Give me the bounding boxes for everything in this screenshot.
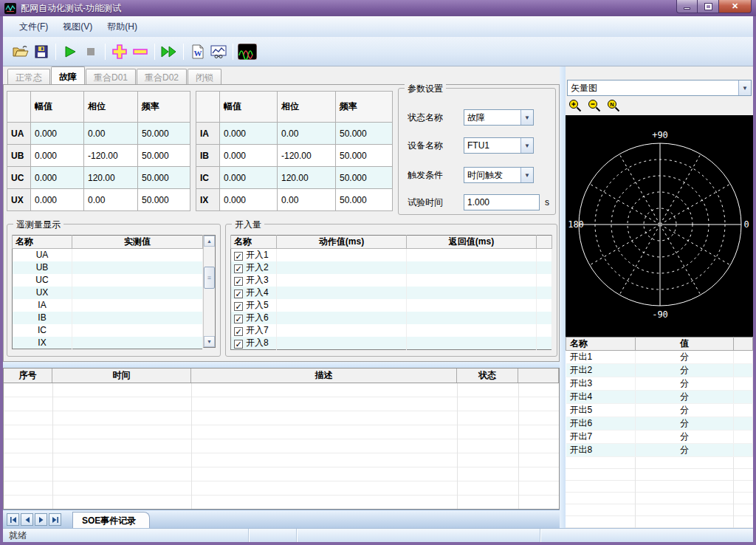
amplitude-cell[interactable]: 0.000 <box>220 145 278 167</box>
minimize-button[interactable] <box>676 0 698 13</box>
start-test-button[interactable] <box>60 41 80 62</box>
vertical-splitter[interactable] <box>560 66 566 528</box>
prev-page-button[interactable] <box>21 513 33 526</box>
view-type-select[interactable]: 矢量图 ▼ <box>567 80 752 96</box>
open-folder-icon <box>13 45 29 58</box>
frequency-cell[interactable]: 50.000 <box>138 167 190 189</box>
frequency-cell[interactable]: 50.000 <box>336 145 393 167</box>
checkbox-checked-icon[interactable]: ✓ <box>234 252 243 261</box>
checkbox-checked-icon[interactable]: ✓ <box>234 315 243 323</box>
frequency-cell[interactable]: 50.000 <box>336 167 393 189</box>
horizontal-splitter[interactable] <box>3 362 560 368</box>
menu-item-file[interactable]: 文件(F) <box>12 18 55 36</box>
phase-cell[interactable]: 0.00 <box>84 189 138 211</box>
telemetry-name: IB <box>13 312 72 324</box>
output-name: 开出2 <box>566 364 636 377</box>
menu-bar: 文件(F) 视图(V) 帮助(H) <box>3 16 753 37</box>
tab-normal-state[interactable]: 正常态 <box>7 69 50 84</box>
phase-cell[interactable]: 0.00 <box>84 123 138 145</box>
save-button[interactable] <box>31 41 52 62</box>
remove-state-button[interactable] <box>130 41 151 62</box>
tab-reclose-d02[interactable]: 重合D02 <box>137 69 187 84</box>
first-page-button[interactable] <box>7 513 19 526</box>
status-bar: 就绪 <box>3 528 753 542</box>
checkbox-checked-icon[interactable]: ✓ <box>234 277 243 286</box>
zoom-out-icon[interactable] <box>588 99 602 113</box>
phase-cell[interactable]: 0.00 <box>278 189 336 211</box>
scroll-up-icon[interactable]: ▲ <box>204 236 215 247</box>
phase-cell[interactable]: -120.00 <box>278 145 336 167</box>
tab-reclose-d01[interactable]: 重合D01 <box>86 69 136 84</box>
return-value-cell <box>407 261 537 274</box>
vector-diagram: +90 180 0 -90 <box>566 115 753 337</box>
stop-icon <box>84 45 97 58</box>
device-name-label: 设备名称 <box>408 140 464 152</box>
input-name-cell: ✓开入4 <box>231 287 277 299</box>
frequency-cell[interactable]: 50.000 <box>138 145 190 167</box>
telemetry-scrollbar[interactable]: ▲ ▼ <box>203 235 216 348</box>
status-text: 就绪 <box>9 529 27 542</box>
stop-test-button[interactable] <box>80 41 101 62</box>
current-table: 幅值 相位 频率 IA 0.000 0.00 50.000 IB <box>196 91 393 211</box>
zoom-reset-icon[interactable]: N <box>607 99 621 113</box>
tab-lockout[interactable]: 闭锁 <box>188 69 221 84</box>
amplitude-cell[interactable]: 0.000 <box>220 167 278 189</box>
phase-cell[interactable]: 120.00 <box>84 167 138 189</box>
waveform-button[interactable] <box>237 41 258 62</box>
menu-item-help[interactable]: 帮助(H) <box>100 18 145 36</box>
checkbox-checked-icon[interactable]: ✓ <box>234 327 243 336</box>
trigger-condition-label: 触发条件 <box>408 169 464 182</box>
test-time-input[interactable]: 1.000 <box>464 194 540 210</box>
menu-item-view[interactable]: 视图(V) <box>55 18 100 36</box>
channel-label: IB <box>196 145 220 167</box>
zoom-in-icon[interactable] <box>568 99 583 113</box>
last-page-button[interactable] <box>49 513 61 526</box>
amplitude-cell[interactable]: 0.000 <box>220 123 278 145</box>
close-button[interactable]: ✕ <box>718 0 752 13</box>
voltage-row: UB 0.000 -120.00 50.000 <box>7 145 190 167</box>
input-name-cell: ✓开入3 <box>231 274 277 287</box>
amplitude-cell[interactable]: 0.000 <box>31 123 84 145</box>
checkbox-checked-icon[interactable]: ✓ <box>234 289 243 298</box>
checkbox-checked-icon[interactable]: ✓ <box>234 302 243 311</box>
state-name-select[interactable]: 故障 ▼ <box>464 109 534 126</box>
frequency-cell[interactable]: 50.000 <box>138 189 190 211</box>
frequency-cell[interactable]: 50.000 <box>138 123 190 145</box>
col-frequency: 频率 <box>138 92 190 123</box>
device-name-select[interactable]: FTU1 ▼ <box>464 137 534 154</box>
chevron-down-icon[interactable]: ▼ <box>520 168 533 182</box>
open-button[interactable] <box>10 41 31 62</box>
phase-cell[interactable]: -120.00 <box>84 145 138 167</box>
scrollbar-thumb[interactable] <box>204 267 215 289</box>
frequency-cell[interactable]: 50.000 <box>336 189 393 211</box>
checkbox-checked-icon[interactable]: ✓ <box>234 264 243 273</box>
scroll-down-icon[interactable]: ▼ <box>204 336 215 347</box>
chevron-down-icon[interactable]: ▼ <box>738 80 751 95</box>
checkbox-checked-icon[interactable]: ✓ <box>234 340 243 349</box>
chevron-down-icon[interactable]: ▼ <box>520 110 533 125</box>
trigger-condition-select[interactable]: 时间触发 ▼ <box>464 167 534 183</box>
phase-cell[interactable]: 0.00 <box>278 123 336 145</box>
phase-cell[interactable]: 120.00 <box>278 167 336 189</box>
frequency-cell[interactable]: 50.000 <box>336 123 393 145</box>
input-name-cell: ✓开入7 <box>231 324 277 337</box>
col-action-value: 动作值(ms) <box>277 236 407 249</box>
col-name: 名称 <box>231 236 277 249</box>
add-state-button[interactable] <box>109 41 130 62</box>
chevron-down-icon[interactable]: ▼ <box>520 138 533 153</box>
next-page-button[interactable] <box>35 513 47 526</box>
tab-fault-state[interactable]: 故障 <box>51 66 85 84</box>
run-all-button[interactable] <box>159 41 179 62</box>
amplitude-cell[interactable]: 0.000 <box>31 145 84 167</box>
amplitude-cell[interactable]: 0.000 <box>31 167 84 189</box>
minimize-icon <box>684 7 690 10</box>
return-value-cell <box>407 287 537 299</box>
amplitude-cell[interactable]: 0.000 <box>220 189 278 211</box>
amplitude-cell[interactable]: 0.000 <box>31 189 84 211</box>
tab-soe-event-log[interactable]: SOE事件记录 <box>72 512 150 528</box>
report-preview-button[interactable] <box>208 41 229 62</box>
chart-zoom-toolbar: N <box>566 96 753 115</box>
maximize-button[interactable] <box>698 0 718 13</box>
col-filler <box>537 236 552 249</box>
word-report-button[interactable]: W <box>188 41 208 62</box>
